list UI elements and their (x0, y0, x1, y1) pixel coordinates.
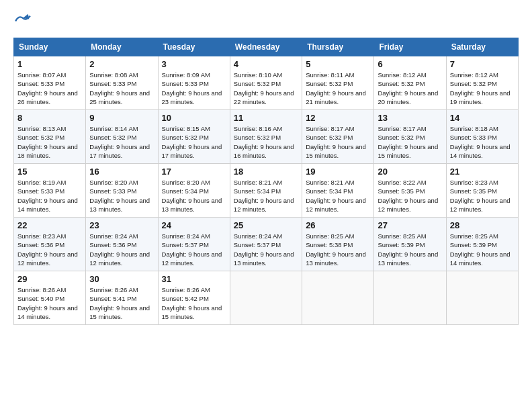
calendar-cell (446, 271, 518, 325)
calendar-cell: 18 Sunrise: 8:21 AM Sunset: 5:34 PM Dayl… (230, 164, 302, 218)
day-info: Sunrise: 8:14 AM Sunset: 5:32 PM Dayligh… (89, 124, 154, 160)
calendar-cell: 12 Sunrise: 8:17 AM Sunset: 5:32 PM Dayl… (302, 110, 374, 164)
week-row-3: 15 Sunrise: 8:19 AM Sunset: 5:33 PM Dayl… (14, 164, 519, 218)
calendar-cell: 5 Sunrise: 8:11 AM Sunset: 5:32 PM Dayli… (302, 56, 374, 110)
day-number: 18 (234, 167, 298, 177)
calendar-cell: 15 Sunrise: 8:19 AM Sunset: 5:33 PM Dayl… (14, 164, 86, 218)
day-info: Sunrise: 8:23 AM Sunset: 5:36 PM Dayligh… (17, 232, 82, 267)
day-number: 25 (234, 220, 298, 230)
logo-icon (13, 11, 32, 30)
calendar-cell: 4 Sunrise: 8:10 AM Sunset: 5:32 PM Dayli… (230, 56, 302, 110)
calendar-cell: 22 Sunrise: 8:23 AM Sunset: 5:36 PM Dayl… (14, 218, 86, 271)
day-info: Sunrise: 8:10 AM Sunset: 5:32 PM Dayligh… (234, 71, 298, 106)
day-number: 12 (306, 113, 370, 123)
day-number: 21 (450, 167, 515, 177)
calendar-body: 1 Sunrise: 8:07 AM Sunset: 5:33 PM Dayli… (14, 56, 519, 325)
day-info: Sunrise: 8:22 AM Sunset: 5:35 PM Dayligh… (378, 178, 442, 214)
day-info: Sunrise: 8:19 AM Sunset: 5:33 PM Dayligh… (17, 178, 82, 214)
day-number: 9 (89, 113, 154, 123)
calendar-cell: 30 Sunrise: 8:26 AM Sunset: 5:41 PM Dayl… (86, 271, 158, 325)
calendar-table: SundayMondayTuesdayWednesdayThursdayFrid… (13, 38, 519, 325)
calendar-cell: 11 Sunrise: 8:16 AM Sunset: 5:32 PM Dayl… (230, 110, 302, 164)
weekday-row: SundayMondayTuesdayWednesdayThursdayFrid… (14, 38, 519, 56)
calendar-cell: 23 Sunrise: 8:24 AM Sunset: 5:36 PM Dayl… (86, 218, 158, 271)
day-info: Sunrise: 8:11 AM Sunset: 5:32 PM Dayligh… (306, 71, 370, 106)
calendar-cell: 3 Sunrise: 8:09 AM Sunset: 5:33 PM Dayli… (158, 56, 230, 110)
calendar-cell: 31 Sunrise: 8:26 AM Sunset: 5:42 PM Dayl… (158, 271, 230, 325)
day-info: Sunrise: 8:08 AM Sunset: 5:33 PM Dayligh… (89, 71, 154, 106)
calendar-cell: 29 Sunrise: 8:26 AM Sunset: 5:40 PM Dayl… (14, 271, 86, 325)
calendar-cell: 28 Sunrise: 8:25 AM Sunset: 5:39 PM Dayl… (446, 218, 518, 271)
calendar-cell: 2 Sunrise: 8:08 AM Sunset: 5:33 PM Dayli… (86, 56, 158, 110)
day-info: Sunrise: 8:25 AM Sunset: 5:39 PM Dayligh… (450, 232, 515, 267)
calendar-cell: 6 Sunrise: 8:12 AM Sunset: 5:32 PM Dayli… (374, 56, 446, 110)
week-row-1: 1 Sunrise: 8:07 AM Sunset: 5:33 PM Dayli… (14, 56, 519, 110)
calendar-cell: 10 Sunrise: 8:15 AM Sunset: 5:32 PM Dayl… (158, 110, 230, 164)
day-number: 2 (89, 59, 154, 69)
day-info: Sunrise: 8:17 AM Sunset: 5:32 PM Dayligh… (306, 124, 370, 160)
day-info: Sunrise: 8:21 AM Sunset: 5:34 PM Dayligh… (306, 178, 370, 214)
weekday-header-saturday: Saturday (446, 38, 518, 56)
page: SundayMondayTuesdayWednesdayThursdayFrid… (0, 0, 532, 411)
day-info: Sunrise: 8:23 AM Sunset: 5:35 PM Dayligh… (450, 178, 515, 214)
day-number: 28 (450, 220, 515, 230)
calendar-cell: 19 Sunrise: 8:21 AM Sunset: 5:34 PM Dayl… (302, 164, 374, 218)
calendar-cell: 17 Sunrise: 8:20 AM Sunset: 5:34 PM Dayl… (158, 164, 230, 218)
calendar-cell: 16 Sunrise: 8:20 AM Sunset: 5:33 PM Dayl… (86, 164, 158, 218)
calendar-cell: 13 Sunrise: 8:17 AM Sunset: 5:32 PM Dayl… (374, 110, 446, 164)
week-row-5: 29 Sunrise: 8:26 AM Sunset: 5:40 PM Dayl… (14, 271, 519, 325)
weekday-header-friday: Friday (374, 38, 446, 56)
day-number: 26 (306, 220, 370, 230)
day-number: 24 (162, 220, 226, 230)
day-info: Sunrise: 8:07 AM Sunset: 5:33 PM Dayligh… (17, 71, 82, 106)
week-row-2: 8 Sunrise: 8:13 AM Sunset: 5:32 PM Dayli… (14, 110, 519, 164)
day-info: Sunrise: 8:09 AM Sunset: 5:33 PM Dayligh… (162, 71, 226, 106)
calendar-cell: 9 Sunrise: 8:14 AM Sunset: 5:32 PM Dayli… (86, 110, 158, 164)
day-info: Sunrise: 8:18 AM Sunset: 5:33 PM Dayligh… (450, 124, 515, 160)
day-info: Sunrise: 8:26 AM Sunset: 5:40 PM Dayligh… (17, 285, 82, 321)
day-info: Sunrise: 8:26 AM Sunset: 5:41 PM Dayligh… (89, 285, 154, 321)
day-info: Sunrise: 8:13 AM Sunset: 5:32 PM Dayligh… (17, 124, 82, 160)
calendar-cell: 8 Sunrise: 8:13 AM Sunset: 5:32 PM Dayli… (14, 110, 86, 164)
weekday-header-wednesday: Wednesday (230, 38, 302, 56)
day-number: 27 (378, 220, 442, 230)
day-number: 16 (89, 167, 154, 177)
day-number: 6 (378, 59, 442, 69)
day-info: Sunrise: 8:20 AM Sunset: 5:34 PM Dayligh… (162, 178, 226, 214)
calendar-cell: 27 Sunrise: 8:25 AM Sunset: 5:39 PM Dayl… (374, 218, 446, 271)
day-number: 11 (234, 113, 298, 123)
day-info: Sunrise: 8:17 AM Sunset: 5:32 PM Dayligh… (378, 124, 442, 160)
day-info: Sunrise: 8:21 AM Sunset: 5:34 PM Dayligh… (234, 178, 298, 214)
calendar-cell: 1 Sunrise: 8:07 AM Sunset: 5:33 PM Dayli… (14, 56, 86, 110)
day-number: 14 (450, 113, 515, 123)
week-row-4: 22 Sunrise: 8:23 AM Sunset: 5:36 PM Dayl… (14, 218, 519, 271)
calendar-cell: 25 Sunrise: 8:24 AM Sunset: 5:37 PM Dayl… (230, 218, 302, 271)
day-number: 20 (378, 167, 442, 177)
day-number: 4 (234, 59, 298, 69)
day-info: Sunrise: 8:12 AM Sunset: 5:32 PM Dayligh… (450, 71, 515, 106)
day-number: 29 (17, 274, 82, 284)
day-number: 5 (306, 59, 370, 69)
calendar-cell: 14 Sunrise: 8:18 AM Sunset: 5:33 PM Dayl… (446, 110, 518, 164)
weekday-header-sunday: Sunday (14, 38, 86, 56)
calendar-cell (302, 271, 374, 325)
day-number: 3 (162, 59, 226, 69)
day-info: Sunrise: 8:26 AM Sunset: 5:42 PM Dayligh… (162, 285, 226, 321)
calendar-cell: 7 Sunrise: 8:12 AM Sunset: 5:32 PM Dayli… (446, 56, 518, 110)
calendar-header: SundayMondayTuesdayWednesdayThursdayFrid… (14, 38, 519, 56)
calendar-cell (230, 271, 302, 325)
calendar-cell: 26 Sunrise: 8:25 AM Sunset: 5:38 PM Dayl… (302, 218, 374, 271)
day-number: 31 (162, 274, 226, 284)
header (13, 11, 519, 30)
day-info: Sunrise: 8:25 AM Sunset: 5:38 PM Dayligh… (306, 232, 370, 267)
day-number: 22 (17, 220, 82, 230)
day-info: Sunrise: 8:25 AM Sunset: 5:39 PM Dayligh… (378, 232, 442, 267)
calendar-cell: 21 Sunrise: 8:23 AM Sunset: 5:35 PM Dayl… (446, 164, 518, 218)
day-number: 13 (378, 113, 442, 123)
day-number: 7 (450, 59, 515, 69)
day-number: 23 (89, 220, 154, 230)
calendar-cell: 24 Sunrise: 8:24 AM Sunset: 5:37 PM Dayl… (158, 218, 230, 271)
calendar-cell: 20 Sunrise: 8:22 AM Sunset: 5:35 PM Dayl… (374, 164, 446, 218)
day-number: 1 (17, 59, 82, 69)
day-number: 17 (162, 167, 226, 177)
